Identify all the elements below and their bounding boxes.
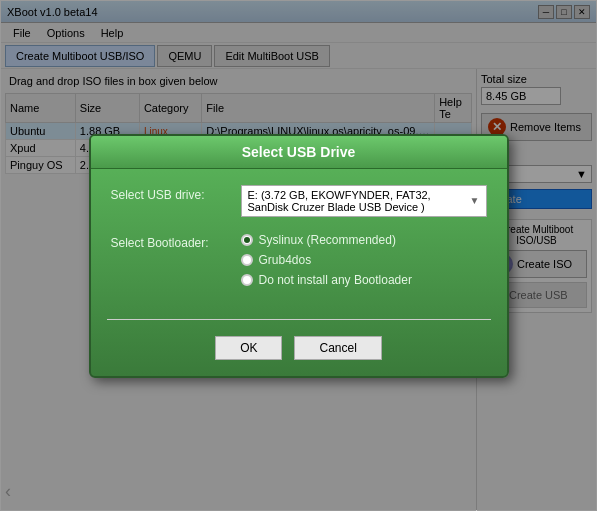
bootloader-syslinux-label: Syslinux (Recommended) bbox=[259, 233, 396, 247]
usb-drive-row: Select USB drive: E: (3.72 GB, EKOWFYNDE… bbox=[111, 185, 487, 217]
radio-syslinux[interactable] bbox=[241, 234, 253, 246]
main-window: XBoot v1.0 beta14 ─ □ ✕ File Options Hel… bbox=[0, 0, 597, 511]
usb-select-arrow-icon: ▼ bbox=[470, 195, 480, 206]
bootloader-grub4dos-label: Grub4dos bbox=[259, 253, 312, 267]
radio-no-bootloader[interactable] bbox=[241, 274, 253, 286]
bootloader-option-0[interactable]: Syslinux (Recommended) bbox=[241, 233, 412, 247]
bootloader-options: Syslinux (Recommended) Grub4dos Do not i… bbox=[241, 233, 412, 287]
modal-overlay: Select USB Drive Select USB drive: E: (3… bbox=[1, 1, 596, 510]
modal-divider bbox=[107, 319, 491, 320]
bootloader-option-1[interactable]: Grub4dos bbox=[241, 253, 412, 267]
select-usb-dialog: Select USB Drive Select USB drive: E: (3… bbox=[89, 134, 509, 378]
bootloader-row: Select Bootloader: Syslinux (Recommended… bbox=[111, 233, 487, 287]
cancel-button[interactable]: Cancel bbox=[294, 336, 381, 360]
bootloader-label: Select Bootloader: bbox=[111, 233, 241, 250]
usb-drive-value: E: (3.72 GB, EKOWFYNDER, FAT32, SanDisk … bbox=[248, 189, 470, 213]
ok-button[interactable]: OK bbox=[215, 336, 282, 360]
bootloader-none-label: Do not install any Bootloader bbox=[259, 273, 412, 287]
modal-title: Select USB Drive bbox=[91, 136, 507, 169]
usb-drive-label: Select USB drive: bbox=[111, 185, 241, 202]
bootloader-option-2[interactable]: Do not install any Bootloader bbox=[241, 273, 412, 287]
usb-drive-select[interactable]: E: (3.72 GB, EKOWFYNDER, FAT32, SanDisk … bbox=[241, 185, 487, 217]
modal-footer: OK Cancel bbox=[91, 328, 507, 376]
radio-grub4dos[interactable] bbox=[241, 254, 253, 266]
modal-body: Select USB drive: E: (3.72 GB, EKOWFYNDE… bbox=[91, 169, 507, 319]
